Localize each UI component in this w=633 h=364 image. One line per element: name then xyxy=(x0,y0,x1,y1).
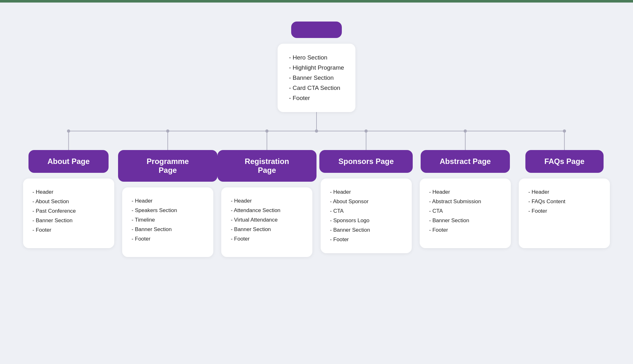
page-detail-item: - Footer xyxy=(330,235,402,244)
page-pill-4: Abstract Page xyxy=(421,150,510,173)
page-detail-item: - Header xyxy=(231,196,303,206)
page-detail-item: - Abstract Submission xyxy=(429,197,501,206)
page-pill-0: About Page xyxy=(28,150,109,173)
connector-lines xyxy=(13,112,620,150)
page-detail-item: - Footer xyxy=(132,234,204,244)
homepage-detail-item: - Banner Section xyxy=(289,73,344,83)
homepage-detail-item: - Highlight Programe xyxy=(289,63,344,73)
page-detail-item: - Virtual Attendance xyxy=(231,215,303,225)
page-detail-box-4: - Header- Abstract Submission- CTA- Bann… xyxy=(420,179,511,248)
svg-point-3 xyxy=(67,129,70,133)
page-detail-item: - Footer xyxy=(429,225,501,235)
child-col-4: Abstract Page- Header- Abstract Submissi… xyxy=(416,150,515,248)
page-detail-item: - Banner Section xyxy=(132,225,204,234)
homepage-detail-item: - Hero Section xyxy=(289,53,344,63)
page-detail-item: - Header xyxy=(528,187,600,197)
svg-point-5 xyxy=(166,129,169,133)
svg-point-11 xyxy=(464,129,467,133)
tree-connectors xyxy=(13,112,620,150)
page-detail-box-5: - Header- FAQs Content- Footer xyxy=(519,179,610,248)
page-pill-5: FAQs Page xyxy=(525,150,604,173)
svg-point-13 xyxy=(563,129,566,133)
page-detail-item: - Banner Section xyxy=(330,225,402,235)
homepage-detail-box: - Hero Section- Highlight Programe- Bann… xyxy=(278,44,355,112)
child-col-5: FAQs Page- Header- FAQs Content- Footer xyxy=(515,150,614,248)
page-detail-item: - Header xyxy=(33,187,105,197)
children-row: About Page- Header- About Section- Past … xyxy=(13,150,620,257)
page-detail-item: - Timeline xyxy=(132,215,204,225)
page-detail-item: - Header xyxy=(330,187,402,197)
page-detail-item: - Header xyxy=(429,187,501,197)
page-detail-item: - CTA xyxy=(429,206,501,216)
child-col-1: Programme Page- Header- Speakers Section… xyxy=(118,150,217,257)
child-col-2: Registration Page- Header- Attendance Se… xyxy=(217,150,316,257)
page-detail-item: - Footer xyxy=(33,225,105,235)
page-detail-item: - Sponsors Logo xyxy=(330,216,402,225)
page-detail-item: - FAQs Content xyxy=(528,197,600,206)
child-col-0: About Page- Header- About Section- Past … xyxy=(19,150,118,248)
page-detail-item: - About Sponsor xyxy=(330,197,402,206)
page-detail-item: - Footer xyxy=(528,206,600,216)
page-detail-item: - Past Conference xyxy=(33,206,105,216)
page-detail-item: - Banner Section xyxy=(429,216,501,225)
top-bar xyxy=(0,0,633,3)
page-detail-box-1: - Header- Speakers Section- Timeline- Ba… xyxy=(122,187,213,257)
page-pill-1: Programme Page xyxy=(118,150,217,182)
child-col-3: Sponsors Page- Header- About Sponsor- CT… xyxy=(316,150,416,253)
homepage-detail-item: - Card CTA Section xyxy=(289,83,344,93)
page-pill-2: Registration Page xyxy=(217,150,316,182)
page-detail-item: - Banner Section xyxy=(33,216,105,225)
diagram: - Hero Section- Highlight Programe- Bann… xyxy=(0,3,633,276)
page-detail-box-0: - Header- About Section- Past Conference… xyxy=(23,179,114,248)
homepage-node: - Hero Section- Highlight Programe- Bann… xyxy=(13,22,620,112)
page-detail-item: - Footer xyxy=(231,234,303,244)
page-detail-item: - About Section xyxy=(33,197,105,206)
homepage-detail-item: - Footer xyxy=(289,93,344,103)
page-detail-item: - CTA xyxy=(330,206,402,216)
page-pill-3: Sponsors Page xyxy=(319,150,413,173)
page-detail-item: - Header xyxy=(132,196,204,206)
svg-point-7 xyxy=(265,129,268,133)
homepage-pill xyxy=(291,22,342,38)
svg-point-9 xyxy=(365,129,368,133)
page-detail-item: - Banner Section xyxy=(231,225,303,234)
page-detail-box-2: - Header- Attendance Section- Virtual At… xyxy=(221,187,312,257)
page-detail-item: - Speakers Section xyxy=(132,206,204,215)
page-detail-box-3: - Header- About Sponsor- CTA- Sponsors L… xyxy=(321,179,412,253)
svg-point-14 xyxy=(315,129,318,133)
page-detail-item: - Attendance Section xyxy=(231,206,303,215)
